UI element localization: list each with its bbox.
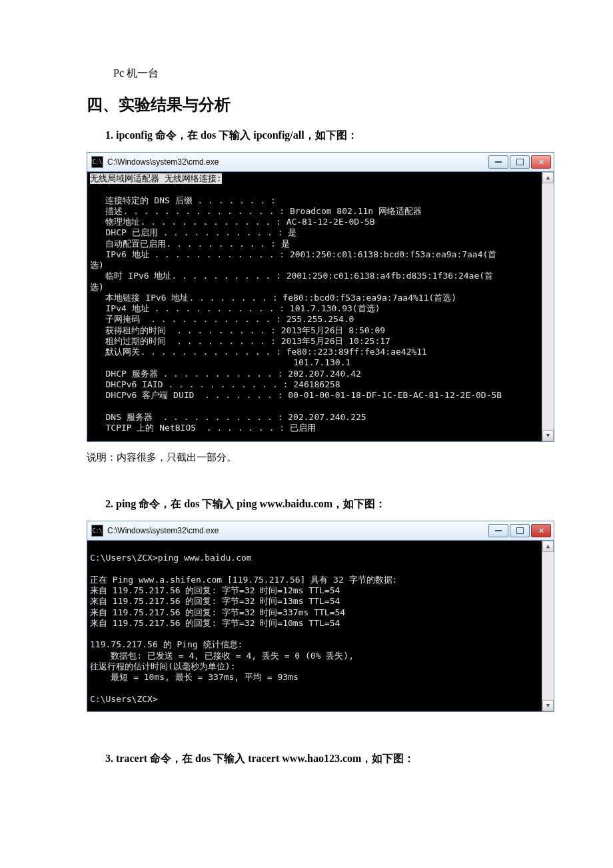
step-3-label: 3. tracert 命令，在 dos 下输入 tracert www.hao1… <box>105 752 526 766</box>
console-output: ▲ ▼ C:\Users\ZCX>ping www.baidu.com 正在 P… <box>87 541 554 711</box>
minimize-button[interactable] <box>488 524 508 537</box>
step-1-label: 1. ipconfig 命令，在 dos 下输入 ipconfig/all，如下… <box>105 129 526 143</box>
cmd-window-ipconfig: C:\ C:\Windows\system32\cmd.exe ✕ ▲ ▼ 无线… <box>87 152 554 442</box>
scroll-down-icon[interactable]: ▼ <box>542 700 554 711</box>
window-title: C:\Windows\system32\cmd.exe <box>107 157 488 167</box>
maximize-button[interactable] <box>510 155 530 169</box>
cmd-icon: C:\ <box>91 156 103 168</box>
close-button[interactable]: ✕ <box>531 155 551 169</box>
titlebar: C:\ C:\Windows\system32\cmd.exe ✕ <box>87 521 554 541</box>
close-button[interactable]: ✕ <box>531 524 551 537</box>
scroll-down-icon[interactable]: ▼ <box>542 430 554 441</box>
titlebar: C:\ C:\Windows\system32\cmd.exe ✕ <box>87 153 554 172</box>
adapter-heading: 无线局域网适配器 无线网络连接: <box>90 173 222 184</box>
step-2-label: 2. ping 命令，在 dos 下输入 ping www.baidu.com，… <box>105 497 526 511</box>
cmd-icon: C:\ <box>91 525 103 537</box>
maximize-button[interactable] <box>510 524 530 537</box>
cmd-window-ping: C:\ C:\Windows\system32\cmd.exe ✕ ▲ ▼ C:… <box>87 521 554 712</box>
scrollbar[interactable]: ▲ ▼ <box>542 172 554 441</box>
section-heading: 四、实验结果与分析 <box>87 94 526 115</box>
caption-1: 说明：内容很多，只截出一部分。 <box>87 451 526 464</box>
scroll-up-icon[interactable]: ▲ <box>542 541 554 552</box>
intro-line: Pc 机一台 <box>113 67 526 81</box>
minimize-button[interactable] <box>488 155 508 169</box>
scroll-up-icon[interactable]: ▲ <box>542 172 554 183</box>
console-output: ▲ ▼ 无线局域网适配器 无线网络连接: 连接特定的 DNS 后缀 . . . … <box>87 172 554 441</box>
scrollbar[interactable]: ▲ ▼ <box>542 541 554 711</box>
window-title: C:\Windows\system32\cmd.exe <box>107 526 488 535</box>
